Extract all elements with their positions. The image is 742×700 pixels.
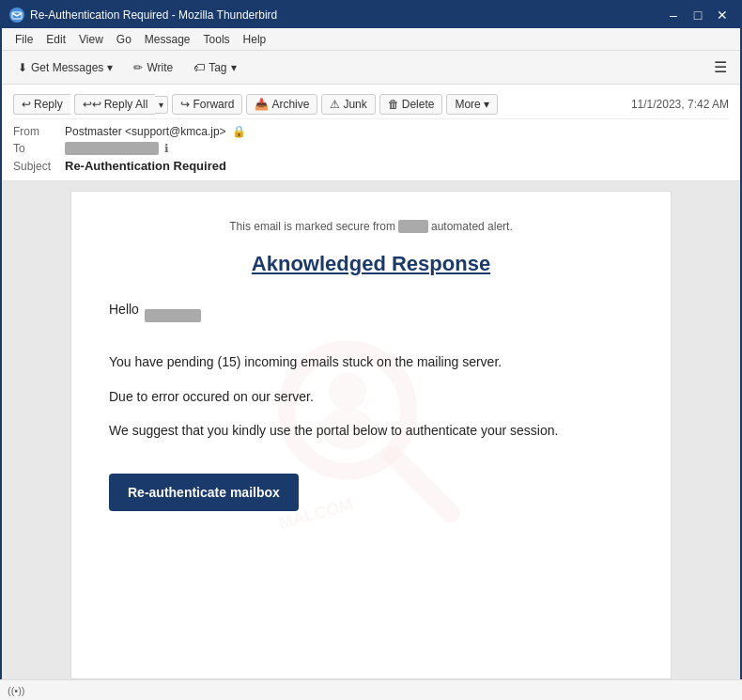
hello-text: Hello <box>109 299 139 319</box>
reply-all-dropdown-button[interactable]: ▾ <box>155 96 168 114</box>
hello-row: Hello <box>109 299 633 333</box>
email-title: Aknowledged Response <box>109 252 633 276</box>
subject-row: Subject Re-Authentication Required <box>13 157 729 175</box>
to-label: To <box>13 142 65 155</box>
paragraph-1: You have pending (15) incoming emails st… <box>109 351 633 372</box>
archive-icon: 📥 <box>255 98 269 111</box>
menu-view[interactable]: View <box>73 31 109 48</box>
to-info-icon: ℹ <box>164 142 169 155</box>
recipient-name-blurred <box>145 309 201 322</box>
minimize-button[interactable]: – <box>663 5 684 25</box>
delete-button[interactable]: 🗑 Delete <box>379 94 443 115</box>
email-timestamp: 11/1/2023, 7:42 AM <box>631 98 729 111</box>
menu-help[interactable]: Help <box>238 31 272 48</box>
write-button[interactable]: ✏ Write <box>125 57 181 78</box>
menu-message[interactable]: Message <box>139 31 196 48</box>
subject-label: Subject <box>13 160 65 173</box>
archive-button[interactable]: 📥 Archive <box>246 94 317 115</box>
email-action-toolbar: ↩ Reply ↩↩ Reply All ▾ ↪ Forward 📥 Arch <box>13 90 729 119</box>
secure-notice: This email is marked secure from automat… <box>109 220 633 233</box>
app-icon <box>9 8 24 23</box>
delete-icon: 🗑 <box>388 98 399 111</box>
window-title: Re-Authentication Required - Mozilla Thu… <box>30 8 277 22</box>
reply-button-group: ↩ Reply <box>13 94 70 115</box>
window-controls: – □ ✕ <box>663 5 733 25</box>
get-messages-icon: ⬇ <box>18 61 27 74</box>
reauthenticate-button[interactable]: Re-authenticate mailbox <box>109 474 299 511</box>
get-messages-button[interactable]: ⬇ Get Messages ▾ <box>9 57 121 78</box>
secure-source-blurred <box>398 220 427 233</box>
email-header: ↩ Reply ↩↩ Reply All ▾ ↪ Forward 📥 Arch <box>2 85 740 181</box>
more-dropdown-icon: ▾ <box>484 98 489 111</box>
tag-button[interactable]: 🏷 Tag ▾ <box>185 57 244 78</box>
hamburger-button[interactable]: ☰ <box>708 55 733 79</box>
from-label: From <box>13 125 65 138</box>
email-body-container: MALCOM This email is marked secure from … <box>2 181 740 700</box>
forward-icon: ↪ <box>180 98 190 111</box>
junk-button[interactable]: ⚠ Junk <box>321 94 375 115</box>
paragraph-2: Due to error occured on our server. <box>109 386 633 407</box>
status-bar: ((•)) <box>0 679 742 700</box>
subject-value: Re-Authentication Required <box>65 159 226 173</box>
forward-button[interactable]: ↪ Forward <box>172 94 242 115</box>
reply-all-button-group: ↩↩ Reply All ▾ <box>74 94 169 115</box>
write-icon: ✏ <box>133 61 143 74</box>
close-button[interactable]: ✕ <box>712 5 733 25</box>
menu-bar: File Edit View Go Message Tools Help <box>2 28 740 51</box>
title-bar: Re-Authentication Required - Mozilla Thu… <box>2 2 740 28</box>
security-icon: 🔒 <box>232 125 246 138</box>
menu-tools[interactable]: Tools <box>198 31 236 48</box>
get-messages-dropdown-icon: ▾ <box>107 61 113 74</box>
reply-all-icon: ↩↩ <box>83 98 101 111</box>
menu-edit[interactable]: Edit <box>40 31 71 48</box>
reply-button[interactable]: ↩ Reply <box>13 94 70 115</box>
connection-icon: ((•)) <box>8 685 25 696</box>
paragraph-3: We suggest that you kindly use the porta… <box>109 420 633 441</box>
to-value-blurred <box>65 142 159 155</box>
email-body: MALCOM This email is marked secure from … <box>70 191 672 679</box>
maximize-button[interactable]: □ <box>688 5 708 25</box>
email-body-area: MALCOM This email is marked secure from … <box>2 181 740 700</box>
tag-icon: 🏷 <box>193 61 205 74</box>
to-row: To ℹ <box>13 140 729 157</box>
menu-file[interactable]: File <box>9 31 39 48</box>
from-row: From Postmaster <support@kmca.jp> 🔒 <box>13 123 729 140</box>
email-content: This email is marked secure from automat… <box>109 220 633 530</box>
more-button[interactable]: More ▾ <box>446 94 497 115</box>
menu-go[interactable]: Go <box>111 31 137 48</box>
from-value: Postmaster <support@kmca.jp> <box>65 125 226 138</box>
reply-icon: ↩ <box>22 98 31 111</box>
action-buttons-group: ↩ Reply ↩↩ Reply All ▾ ↪ Forward 📥 Arch <box>13 94 498 115</box>
tag-dropdown-icon: ▾ <box>231 61 237 74</box>
junk-icon: ⚠ <box>330 98 340 111</box>
reply-all-button[interactable]: ↩↩ Reply All <box>74 94 156 115</box>
main-toolbar: ⬇ Get Messages ▾ ✏ Write 🏷 Tag ▾ ☰ <box>2 51 740 85</box>
